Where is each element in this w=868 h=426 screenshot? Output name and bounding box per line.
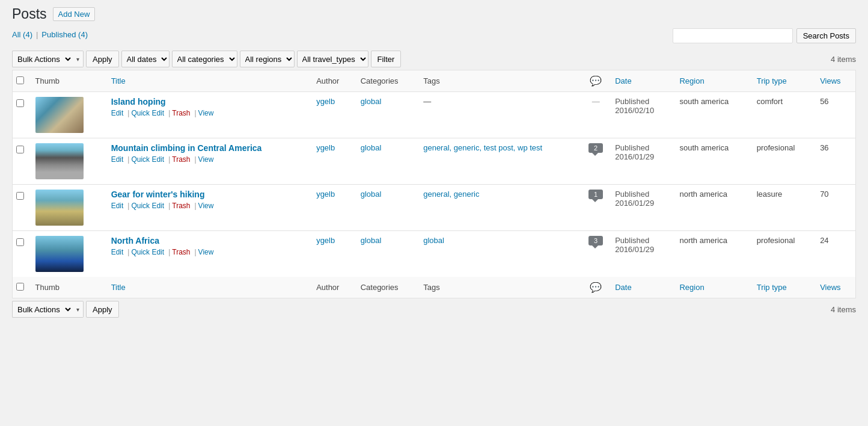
filter-all-link[interactable]: All (4): [12, 30, 32, 39]
tags-link-2[interactable]: general, generic, test post, wp test: [423, 143, 542, 152]
view-link-3[interactable]: View: [198, 202, 214, 210]
comments-cell: 2: [582, 138, 609, 185]
quick-edit-link-4[interactable]: Quick Edit: [131, 248, 164, 256]
post-title-link-2[interactable]: Mountain climbing in Central America: [111, 143, 262, 153]
comment-count-badge-2[interactable]: 2: [588, 143, 603, 153]
col-views-link[interactable]: Views: [820, 76, 840, 85]
category-link-3[interactable]: global: [361, 190, 382, 199]
row-checkbox-4[interactable]: [16, 238, 24, 246]
date-status-2: Published: [615, 143, 649, 152]
view-link-1[interactable]: View: [198, 109, 214, 117]
date-filter-select[interactable]: All dates: [121, 51, 170, 67]
top-apply-button[interactable]: Apply: [86, 51, 119, 67]
travel-type-filter-select[interactable]: All travel_types: [297, 51, 368, 67]
col-views-footer: Views: [814, 277, 855, 298]
date-value-4: 2016/01/29: [615, 245, 654, 254]
category-link-1[interactable]: global: [361, 97, 382, 106]
col-region-footer-link[interactable]: Region: [679, 283, 704, 292]
post-title-link-3[interactable]: Gear for winter's hiking: [111, 190, 205, 199]
categories-cell: global: [355, 138, 418, 185]
bottom-apply-button[interactable]: Apply: [86, 301, 119, 318]
post-title-link-4[interactable]: North Africa: [111, 236, 159, 245]
post-title-link-1[interactable]: Island hoping: [111, 97, 166, 106]
edit-link-2[interactable]: Edit: [111, 155, 124, 164]
trash-link-3[interactable]: Trash: [172, 202, 190, 210]
author-link-2[interactable]: ygelb: [316, 143, 335, 152]
view-link-4[interactable]: View: [198, 248, 214, 256]
trip-type-cell: comfort: [751, 92, 814, 138]
row-checkbox-1[interactable]: [16, 99, 24, 107]
row-actions-2: Edit|Quick Edit|Trash|View: [111, 155, 305, 164]
filter-published-link[interactable]: Published (4): [41, 30, 88, 39]
col-title-footer-link[interactable]: Title: [111, 283, 126, 292]
tags-cell: —: [417, 92, 582, 138]
category-link-4[interactable]: global: [361, 236, 382, 245]
region-filter-select[interactable]: All regions: [240, 51, 295, 67]
author-cell: ygelb: [310, 185, 355, 231]
bottom-items-count: 4 items: [831, 305, 856, 314]
table-row: Island hopingEdit|Quick Edit|Trash|Viewy…: [13, 92, 856, 138]
comment-count-badge-4[interactable]: 3: [588, 236, 603, 245]
comment-column-footer-icon: 💬: [590, 282, 602, 292]
row-checkbox-cell: [13, 231, 29, 277]
bulk-actions-select[interactable]: Bulk Actions: [12, 51, 73, 67]
category-link-2[interactable]: global: [361, 143, 382, 152]
author-link-1[interactable]: ygelb: [316, 97, 335, 106]
trash-link-4[interactable]: Trash: [172, 248, 190, 256]
date-value-2: 2016/01/29: [615, 152, 654, 161]
col-date-link[interactable]: Date: [615, 76, 631, 85]
select-all-footer-checkbox[interactable]: [16, 283, 24, 291]
search-posts-button[interactable]: Search Posts: [796, 28, 856, 43]
col-region-link[interactable]: Region: [679, 76, 704, 85]
row-checkbox-3[interactable]: [16, 192, 24, 200]
trash-link-2[interactable]: Trash: [172, 155, 190, 164]
date-status-4: Published: [615, 236, 649, 245]
trip-type-value-1: comfort: [757, 97, 783, 106]
bottom-bulk-actions-arrow: ▾: [73, 301, 84, 318]
quick-edit-link-3[interactable]: Quick Edit: [131, 202, 164, 210]
edit-link-3[interactable]: Edit: [111, 202, 124, 210]
select-all-checkbox[interactable]: [16, 76, 24, 84]
row-actions-3: Edit|Quick Edit|Trash|View: [111, 202, 305, 210]
col-trip-type-link[interactable]: Trip type: [757, 76, 787, 85]
thumb-cell: [29, 185, 105, 231]
row-checkbox-2[interactable]: [16, 146, 24, 153]
author-link-4[interactable]: ygelb: [316, 236, 335, 245]
views-cell: 36: [814, 138, 855, 185]
col-comments-footer: 💬: [582, 277, 609, 298]
views-value-3: 70: [820, 190, 828, 199]
col-trip-type-footer-link[interactable]: Trip type: [757, 283, 787, 292]
bottom-bulk-actions-select[interactable]: Bulk Actions: [12, 301, 73, 318]
col-title-link[interactable]: Title: [111, 76, 126, 85]
col-views-footer-link[interactable]: Views: [820, 283, 840, 292]
quick-edit-link-1[interactable]: Quick Edit: [131, 109, 164, 117]
comments-cell: —: [582, 92, 609, 138]
post-thumbnail-1: [35, 97, 84, 133]
category-filter-select[interactable]: All categories: [172, 51, 237, 67]
col-comments: 💬: [582, 70, 609, 92]
filter-button[interactable]: Filter: [371, 51, 402, 67]
search-input[interactable]: [673, 28, 793, 43]
date-value-1: 2016/02/10: [615, 106, 654, 115]
tags-link-4[interactable]: global: [423, 236, 444, 245]
bulk-actions-select-wrapper[interactable]: Bulk Actions ▾: [12, 51, 84, 67]
trash-link-1[interactable]: Trash: [172, 109, 190, 117]
views-value-4: 24: [820, 236, 828, 245]
quick-edit-link-2[interactable]: Quick Edit: [131, 155, 164, 164]
col-views: Views: [814, 70, 855, 92]
edit-link-1[interactable]: Edit: [111, 109, 124, 117]
col-date-footer-link[interactable]: Date: [615, 283, 631, 292]
tags-link-3[interactable]: general, generic: [423, 190, 479, 199]
author-link-3[interactable]: ygelb: [316, 190, 335, 199]
col-tags: Tags: [417, 70, 582, 92]
edit-link-4[interactable]: Edit: [111, 248, 124, 256]
view-link-2[interactable]: View: [198, 155, 214, 164]
thumb-cell: [29, 92, 105, 138]
comment-count-badge-3[interactable]: 1: [588, 190, 603, 199]
bottom-bulk-actions-select-wrapper[interactable]: Bulk Actions ▾: [12, 301, 84, 318]
views-cell: 56: [814, 92, 855, 138]
add-new-button[interactable]: Add New: [53, 7, 96, 21]
categories-cell: global: [355, 92, 418, 138]
tags-cell: general, generic: [417, 185, 582, 231]
title-cell: North AfricaEdit|Quick Edit|Trash|View: [105, 231, 311, 277]
